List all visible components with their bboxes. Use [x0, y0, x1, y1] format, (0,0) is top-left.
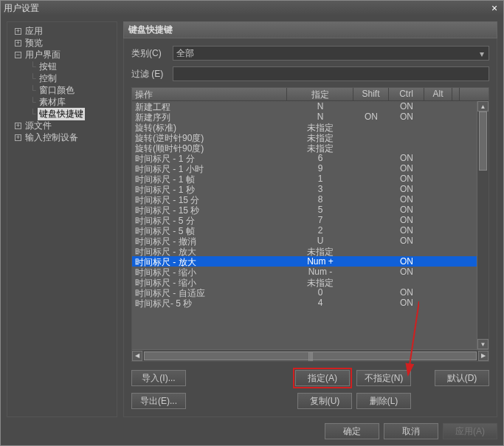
cell-shift	[353, 132, 389, 143]
cell-op: 时间标尺 - 1 分	[132, 153, 287, 163]
cell-op: 旋转(标准)	[132, 122, 287, 132]
cell-op: 旋转(逆时针90度)	[132, 132, 287, 143]
cell-alt	[424, 163, 452, 174]
table-row[interactable]: 时间标尺 - 缩小未指定	[132, 277, 489, 287]
default-button[interactable]: 默认(D)	[435, 370, 489, 386]
table-row[interactable]: 旋转(标准)未指定	[132, 122, 489, 132]
col-ctrl[interactable]: Ctrl	[389, 88, 424, 100]
table-row[interactable]: 时间标尺 - 1 帧1ON	[132, 174, 489, 184]
table-row[interactable]: 时间标尺- 5 秒4ON	[132, 298, 489, 308]
cell-alt	[424, 236, 452, 246]
table-row[interactable]: 新建序列NONON	[132, 112, 489, 122]
table-row[interactable]: 时间标尺 - 5 分7ON	[132, 215, 489, 225]
col-alt[interactable]: Alt	[424, 88, 452, 100]
grid-body[interactable]: 新建工程NON新建序列NONON旋转(标准)未指定旋转(逆时针90度)未指定旋转…	[132, 101, 489, 349]
scroll-down-icon[interactable]: ▼	[477, 339, 489, 349]
expand-icon[interactable]: +	[15, 134, 21, 141]
tree-item-window-color[interactable]: └窗口颜色	[9, 84, 115, 96]
cell-op: 时间标尺 - 15 秒	[132, 205, 287, 215]
cell-shift	[353, 225, 389, 236]
table-row[interactable]: 旋转(逆时针90度)未指定	[132, 132, 489, 143]
scroll-thumb[interactable]	[479, 112, 487, 171]
tree-item-app[interactable]: +应用	[9, 25, 115, 37]
category-combo[interactable]: 全部 ▾	[173, 46, 489, 61]
cell-alt	[424, 194, 452, 205]
cell-ctrl: ON	[389, 163, 424, 174]
table-row[interactable]: 时间标尺 - 1 分6ON	[132, 153, 489, 163]
cell-ctrl: ON	[389, 184, 424, 194]
cell-ctrl: ON	[389, 287, 424, 298]
tree-item-source[interactable]: +源文件	[9, 120, 115, 131]
cell-ctrl: ON	[389, 215, 424, 225]
cell-alt	[424, 225, 452, 236]
table-row[interactable]: 时间标尺 - 15 分8ON	[132, 194, 489, 205]
table-row[interactable]: 旋转(顺时针90度)未指定	[132, 143, 489, 153]
table-row[interactable]: 时间标尺 - 放大Num +ON	[132, 256, 489, 267]
vertical-scrollbar[interactable]: ▲ ▼	[477, 101, 489, 349]
cell-shift	[353, 194, 389, 205]
expand-icon[interactable]: +	[15, 28, 21, 35]
horizontal-scrollbar[interactable]: ◀ ||| ▶	[132, 349, 489, 361]
tree-item-button[interactable]: └按钮	[9, 61, 115, 72]
cancel-button[interactable]: 取消	[384, 423, 438, 439]
cell-assign: 6	[287, 153, 353, 163]
cell-op: 时间标尺 - 1 小时	[132, 163, 287, 174]
filter-input[interactable]	[173, 66, 489, 81]
cell-shift	[353, 246, 389, 256]
copy-button[interactable]: 复制(U)	[297, 393, 352, 409]
cell-alt	[424, 153, 452, 163]
titlebar: 用户设置 ×	[1, 1, 503, 16]
scroll-left-icon[interactable]: ◀	[132, 351, 142, 361]
import-button[interactable]: 导入(I)...	[131, 370, 186, 386]
close-icon[interactable]: ×	[489, 2, 500, 14]
table-row[interactable]: 时间标尺 - 放大未指定	[132, 246, 489, 256]
collapse-icon[interactable]: −	[15, 52, 21, 58]
cell-assign: N	[287, 101, 353, 112]
tree-item-preview[interactable]: +预览	[9, 37, 115, 49]
cell-alt	[424, 132, 452, 143]
panel-title: 键盘快捷键	[123, 21, 497, 38]
cell-op: 时间标尺 - 5 帧	[132, 225, 287, 236]
table-row[interactable]: 时间标尺 - 5 帧2ON	[132, 225, 489, 236]
col-assign[interactable]: 指定	[287, 88, 353, 100]
unassign-button[interactable]: 不指定(N)	[356, 370, 411, 386]
table-row[interactable]: 时间标尺 - 缩小Num -ON	[132, 267, 489, 277]
table-row[interactable]: 时间标尺 - 1 小时9ON	[132, 163, 489, 174]
export-button[interactable]: 导出(E)...	[131, 393, 186, 409]
expand-icon[interactable]: +	[15, 123, 21, 129]
settings-tree[interactable]: +应用 +预览 −用户界面 └按钮 └控制 └窗口颜色 └素材库 └键盘快捷键 …	[7, 21, 117, 417]
apply-button[interactable]: 应用(A)	[443, 423, 497, 439]
table-row[interactable]: 时间标尺 - 15 秒5ON	[132, 205, 489, 215]
cell-op: 新建工程	[132, 101, 287, 112]
cell-shift	[353, 143, 389, 153]
chevron-down-icon: ▾	[477, 49, 487, 59]
cell-op: 新建序列	[132, 112, 287, 122]
table-row[interactable]: 时间标尺 - 撤消UON	[132, 236, 489, 246]
cell-assign: 2	[287, 225, 353, 236]
table-row[interactable]: 时间标尺 - 自适应0ON	[132, 287, 489, 298]
cell-op: 时间标尺 - 1 秒	[132, 184, 287, 194]
delete-button[interactable]: 删除(L)	[356, 393, 411, 409]
expand-icon[interactable]: +	[15, 40, 21, 47]
ok-button[interactable]: 确定	[325, 423, 379, 439]
cell-alt	[424, 174, 452, 184]
cell-alt	[424, 205, 452, 215]
table-row[interactable]: 时间标尺 - 1 秒3ON	[132, 184, 489, 194]
col-shift[interactable]: Shift	[353, 88, 389, 100]
tree-item-keyboard-shortcut[interactable]: └键盘快捷键	[9, 108, 115, 120]
table-row[interactable]: 新建工程NON	[132, 101, 489, 112]
scroll-right-icon[interactable]: ▶	[478, 351, 489, 361]
cell-alt	[424, 246, 452, 256]
hscroll-thumb[interactable]: |||	[144, 351, 477, 360]
assign-button[interactable]: 指定(A)	[295, 370, 350, 386]
scroll-up-icon[interactable]: ▲	[477, 101, 489, 112]
cell-ctrl: ON	[389, 153, 424, 163]
col-operation[interactable]: 操作	[132, 88, 287, 100]
cell-op: 时间标尺 - 缩小	[132, 267, 287, 277]
tree-item-input-device[interactable]: +输入控制设备	[9, 131, 115, 143]
tree-item-bin[interactable]: └素材库	[9, 96, 115, 108]
cell-assign: 8	[287, 194, 353, 205]
tree-item-ui[interactable]: −用户界面	[9, 49, 115, 61]
tree-item-control[interactable]: └控制	[9, 72, 115, 84]
cell-assign: 未指定	[287, 122, 353, 132]
